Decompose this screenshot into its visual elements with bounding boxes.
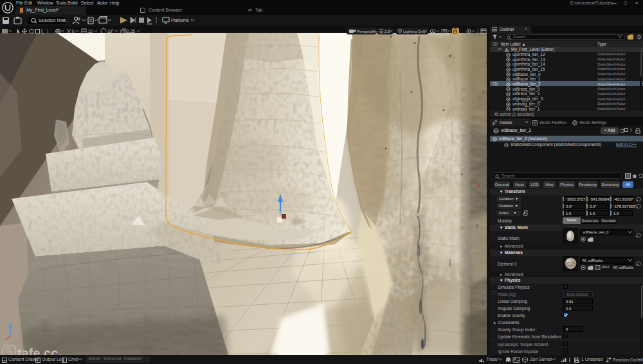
svg-text:10°: 10°: [107, 29, 114, 33]
svg-text:2.5: 2.5: [385, 30, 390, 33]
svg-text:0.25: 0.25: [127, 29, 135, 33]
svg-text:tafe.cc: tafe.cc: [17, 346, 58, 355]
svg-text:Platforms: Platforms: [171, 18, 189, 23]
svg-text:10: 10: [88, 29, 93, 33]
svg-text:0: 0: [72, 29, 75, 33]
svg-text:Lighting Only: Lighting Only: [403, 30, 426, 33]
